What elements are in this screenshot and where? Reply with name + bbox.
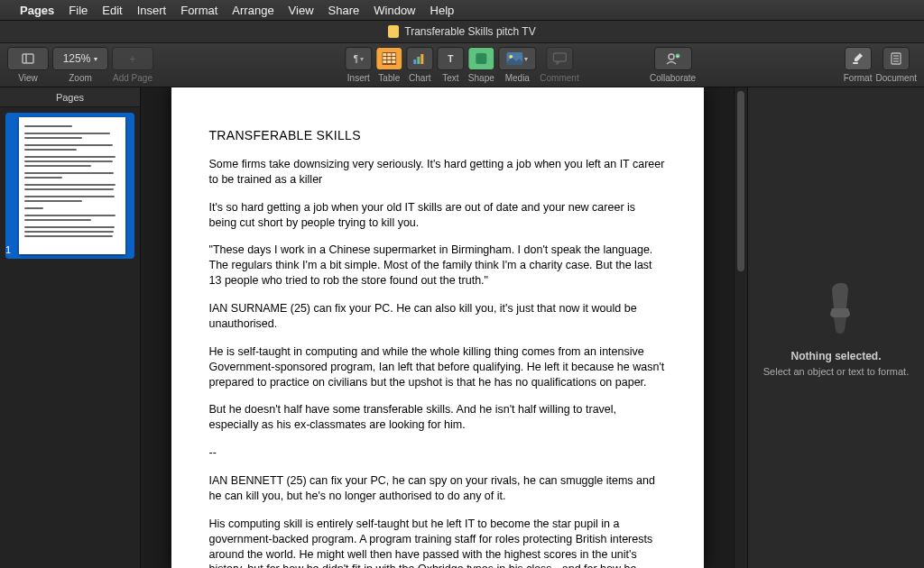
svg-rect-17 — [553, 53, 566, 61]
brush-icon — [852, 52, 864, 65]
document-icon — [891, 52, 901, 65]
svg-rect-4 — [387, 53, 391, 56]
doc-paragraph: -- — [209, 445, 666, 461]
doc-paragraph: He is self-taught in computing and while… — [209, 344, 666, 390]
page-thumbnail-1[interactable]: 1 — [5, 113, 134, 259]
text-icon: T — [448, 54, 453, 64]
menu-view[interactable]: View — [289, 4, 314, 17]
chevron-down-icon: ▾ — [524, 55, 528, 63]
svg-rect-3 — [383, 53, 386, 56]
insert-tool[interactable]: ¶▾ Insert — [345, 47, 372, 83]
brush-large-icon — [816, 281, 857, 335]
text-tool[interactable]: T Text — [437, 47, 464, 83]
add-page-label: Add Page — [113, 73, 152, 83]
inspector-nothing: Nothing selected. — [790, 350, 881, 362]
svg-rect-12 — [413, 60, 416, 64]
comment-tool[interactable]: Comment — [540, 47, 578, 83]
doc-paragraph: It's so hard getting a job when your old… — [209, 200, 666, 231]
pages-sidebar: Pages 1 — [0, 87, 141, 568]
view-tool[interactable]: View — [7, 47, 49, 83]
insert-label: Insert — [347, 73, 370, 83]
format-inspector: Nothing selected. Select an object or te… — [747, 87, 924, 568]
menu-help[interactable]: Help — [430, 4, 455, 17]
zoom-tool[interactable]: 125% ▾ Zoom — [52, 47, 108, 83]
doc-paragraph: Some firms take downsizing very seriousl… — [209, 157, 666, 188]
comment-icon — [552, 52, 567, 65]
sidebar-title: Pages — [0, 87, 140, 107]
doc-title: TRANSFERABLE SKILLS — [209, 127, 666, 144]
doc-paragraph: His computing skill is entirely self-tau… — [209, 517, 666, 568]
svg-rect-13 — [417, 57, 420, 64]
doc-paragraph: IAN BENNETT (25) can fix your PC, he can… — [209, 473, 666, 504]
media-label: Media — [505, 73, 530, 83]
view-icon — [22, 53, 34, 64]
menubar: Pages File Edit Insert Format Arrange Vi… — [0, 0, 924, 21]
svg-rect-0 — [23, 54, 33, 63]
document-canvas[interactable]: TRANSFERABLE SKILLS Some firms take down… — [141, 87, 734, 568]
shape-label: Shape — [468, 73, 494, 83]
chevron-down-icon: ▾ — [94, 55, 97, 63]
menu-arrange[interactable]: Arrange — [232, 4, 273, 17]
menu-share[interactable]: Share — [328, 4, 360, 17]
svg-text:+: + — [676, 53, 679, 59]
svg-rect-21 — [853, 62, 858, 64]
view-label: View — [18, 73, 38, 83]
add-page-tool[interactable]: ＋ Add Page — [112, 47, 153, 83]
table-tool[interactable]: Table — [375, 47, 402, 83]
svg-rect-7 — [387, 57, 391, 60]
page-number: 1 — [4, 244, 13, 255]
chevron-down-icon: ▾ — [360, 55, 364, 63]
svg-rect-5 — [392, 53, 395, 56]
format-tool[interactable]: Format — [844, 47, 873, 83]
svg-rect-9 — [383, 60, 386, 63]
media-tool[interactable]: ▾ Media — [498, 47, 536, 83]
doc-paragraph: IAN SURNAME (25) can fix your PC. He can… — [209, 301, 666, 332]
collaborate-label: Collaborate — [650, 73, 696, 83]
comment-label: Comment — [540, 73, 578, 83]
menu-window[interactable]: Window — [374, 4, 415, 17]
zoom-label: Zoom — [69, 73, 92, 83]
svg-rect-10 — [387, 60, 391, 63]
chart-label: Chart — [409, 73, 430, 83]
document-page[interactable]: TRANSFERABLE SKILLS Some firms take down… — [171, 87, 704, 568]
document-title: Transferable Skills pitch TV — [404, 25, 535, 38]
menu-insert[interactable]: Insert — [137, 4, 167, 17]
doc-paragraph: But he doesn't half have some transferab… — [209, 402, 666, 433]
doc-paragraph: "These days I work in a Chinese supermar… — [209, 243, 666, 289]
zoom-value: 125% — [63, 52, 91, 65]
svg-rect-8 — [392, 57, 395, 60]
toolbar: View 125% ▾ Zoom ＋ Add Page ¶▾ Insert Ta… — [0, 43, 924, 87]
svg-rect-6 — [383, 57, 386, 60]
text-label: Text — [442, 73, 458, 83]
chart-icon — [412, 52, 427, 65]
document-tool[interactable]: Document — [875, 47, 917, 83]
titlebar: Transferable Skills pitch TV — [0, 21, 924, 43]
inspector-hint: Select an object or text to format. — [763, 366, 909, 377]
collaborate-tool[interactable]: + Collaborate — [650, 47, 696, 83]
svg-rect-14 — [420, 54, 423, 64]
menu-edit[interactable]: Edit — [102, 4, 122, 17]
format-label: Format — [844, 73, 873, 83]
svg-point-18 — [669, 54, 674, 60]
menu-format[interactable]: Format — [180, 4, 217, 17]
shape-tool[interactable]: Shape — [467, 47, 494, 83]
document-label: Document — [875, 73, 917, 83]
scrollbar[interactable] — [734, 87, 747, 568]
document-icon — [388, 25, 399, 38]
collaborate-icon: + — [665, 52, 681, 65]
main-area: Pages 1 — [0, 87, 924, 568]
shape-icon — [476, 53, 486, 64]
table-label: Table — [378, 73, 400, 83]
svg-rect-11 — [392, 60, 395, 63]
scrollbar-thumb[interactable] — [737, 91, 744, 271]
chart-tool[interactable]: Chart — [406, 47, 433, 83]
media-icon — [506, 52, 522, 65]
menu-app[interactable]: Pages — [20, 4, 54, 17]
table-icon — [382, 52, 396, 65]
menu-file[interactable]: File — [69, 4, 88, 17]
